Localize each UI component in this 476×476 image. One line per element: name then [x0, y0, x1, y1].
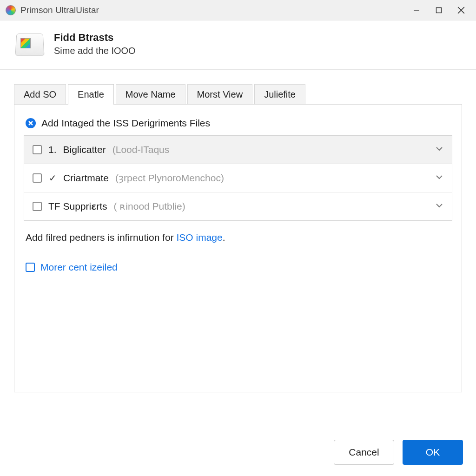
maximize-icon	[436, 7, 442, 13]
body-area: Add SO Enatle Move Name Morst View Julie…	[0, 70, 476, 392]
list-item[interactable]: 1. Biglicatter (Lood-ITaqus	[24, 136, 452, 164]
accordion-list: 1. Biglicatter (Lood-ITaqus ✓ Criartmate…	[24, 135, 452, 221]
tab-juliefite[interactable]: Juliefite	[254, 84, 305, 105]
svg-rect-1	[436, 7, 442, 13]
window-title: Primson UltralUistar	[20, 5, 405, 15]
more-checkbox-label: Morer cent izeiled	[40, 262, 118, 273]
package-icon	[16, 33, 44, 56]
close-icon	[457, 7, 465, 14]
tab-enatle[interactable]: Enatle	[68, 84, 114, 105]
maximize-button[interactable]	[428, 0, 450, 20]
checkmark-icon: ✓	[48, 172, 57, 184]
minimize-icon	[413, 7, 420, 13]
window-controls	[405, 0, 472, 20]
page-subtitle: Sime add the IOOO	[54, 46, 136, 56]
tab-add-so[interactable]: Add SO	[14, 84, 66, 105]
cancel-button[interactable]: Cancel	[334, 440, 394, 465]
item-label: Biglicatter	[63, 144, 106, 155]
tab-move-name[interactable]: Move Name	[116, 84, 185, 105]
helper-text: Add filred pedners is infirnution for IS…	[24, 232, 452, 243]
item-prefix: 1.	[48, 144, 57, 155]
dialog-footer: Cancel OK	[0, 431, 476, 476]
ok-button[interactable]: OK	[403, 440, 463, 465]
helper-prefix: Add filred pedners is infirnution for	[26, 232, 177, 243]
close-button[interactable]	[450, 0, 472, 20]
titlebar: Primson UltralUistar	[0, 0, 476, 20]
info-badge-icon	[26, 118, 36, 128]
item-label: Criartmate	[63, 172, 109, 184]
header-panel: Fidd Btrasts Sime add the IOOO	[0, 20, 476, 70]
checkbox[interactable]	[33, 173, 42, 183]
helper-suffix: .	[223, 232, 225, 243]
more-checkbox-row[interactable]: Morer cent izeiled	[24, 262, 452, 273]
item-paren: (ȝrpect PlynoroMenchoc)	[115, 172, 224, 184]
chevron-down-icon[interactable]	[435, 201, 443, 212]
tab-panel: Add Intaged the ISS Derigriments Files 1…	[14, 104, 462, 392]
item-paren: (Lood-ITaqus	[112, 144, 170, 155]
minimize-button[interactable]	[405, 0, 428, 20]
list-item[interactable]: TF Suppriɛrts ( ʀinood Putblie)	[24, 192, 452, 220]
checkbox[interactable]	[33, 202, 42, 211]
checkbox[interactable]	[26, 263, 35, 272]
checkbox[interactable]	[33, 145, 42, 154]
iso-image-link[interactable]: ISO image	[177, 232, 223, 243]
tab-morst-view[interactable]: Morst View	[187, 84, 253, 105]
page-title: Fidd Btrasts	[54, 32, 136, 44]
chevron-down-icon[interactable]	[435, 144, 443, 155]
header-text: Fidd Btrasts Sime add the IOOO	[54, 32, 136, 56]
item-paren: ( ʀinood Putblie)	[114, 201, 185, 212]
section-title-text: Add Intaged the ISS Derigriments Files	[41, 118, 210, 129]
section-title-row: Add Intaged the ISS Derigriments Files	[24, 118, 452, 129]
item-label: TF Suppriɛrts	[48, 201, 107, 212]
app-icon	[6, 5, 16, 15]
tabstrip: Add SO Enatle Move Name Morst View Julie…	[14, 84, 462, 104]
chevron-down-icon[interactable]	[435, 172, 443, 184]
list-item[interactable]: ✓ Criartmate (ȝrpect PlynoroMenchoc)	[24, 164, 452, 192]
